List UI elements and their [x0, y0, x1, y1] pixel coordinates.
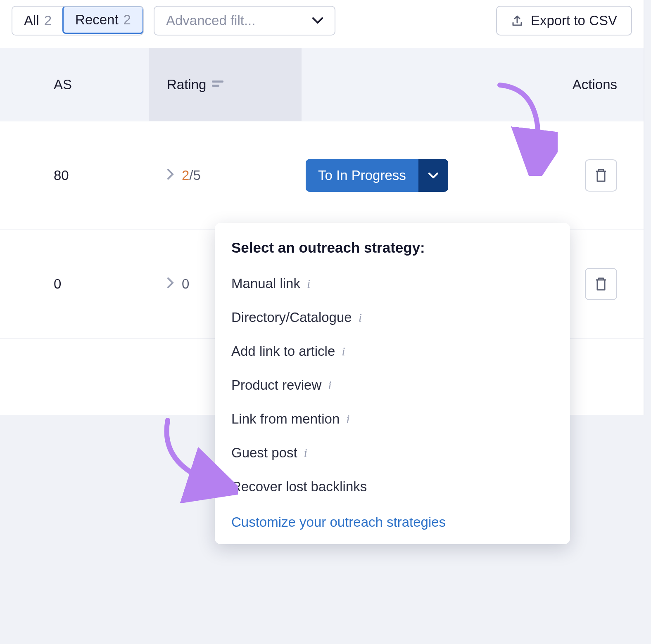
svg-rect-1 [212, 85, 219, 87]
strategy-option-recover-lost-backlinks[interactable]: Recover lost backlinks [215, 470, 570, 504]
tab-recent-count: 2 [124, 12, 131, 28]
tab-all[interactable]: All 2 [12, 7, 63, 35]
trash-icon [594, 277, 608, 291]
view-tabs: All 2 Recent 2 [12, 6, 144, 36]
table-header-row: AS Rating Actions [0, 48, 644, 121]
info-icon[interactable]: i [359, 310, 362, 324]
rating-max: /5 [189, 168, 201, 183]
export-label: Export to CSV [531, 13, 617, 28]
customize-strategies-link[interactable]: Customize your outreach strategies [215, 504, 570, 530]
trash-icon [594, 168, 608, 183]
strategy-option-product-review[interactable]: Product review i [215, 368, 570, 402]
cell-as: 0 [0, 276, 149, 292]
advanced-filters-dropdown[interactable]: Advanced filt... [154, 6, 335, 36]
strategy-option-link-from-mention[interactable]: Link from mention i [215, 402, 570, 436]
toolbar: All 2 Recent 2 Advanced filt... Export t… [0, 0, 644, 48]
export-csv-button[interactable]: Export to CSV [496, 6, 632, 36]
column-header-actions: Actions [553, 77, 644, 92]
chevron-right-icon [167, 276, 174, 292]
column-header-as[interactable]: AS [0, 77, 149, 92]
rating-value: 0 [182, 276, 189, 291]
tab-all-label: All [24, 13, 39, 28]
info-icon[interactable]: i [307, 277, 310, 291]
delete-button[interactable] [585, 268, 617, 300]
chevron-right-icon [167, 168, 174, 183]
tab-all-count: 2 [44, 13, 52, 28]
advanced-filters-label: Advanced filt... [166, 13, 255, 28]
info-icon[interactable]: i [304, 446, 307, 460]
strategy-option-guest-post[interactable]: Guest post i [215, 436, 570, 470]
strategy-option-manual-link[interactable]: Manual link i [215, 267, 570, 301]
tab-recent-label: Recent [75, 12, 119, 28]
svg-rect-0 [212, 80, 223, 83]
info-icon[interactable]: i [342, 344, 345, 358]
cell-as: 80 [0, 168, 149, 183]
cell-rating[interactable]: 2/5 [149, 168, 302, 183]
delete-button[interactable] [585, 159, 617, 192]
status-split-button[interactable]: To In Progress [306, 159, 448, 192]
outreach-strategy-dropdown: Select an outreach strategy: Manual link… [215, 223, 570, 544]
sort-icon [212, 80, 223, 90]
strategy-option-add-link-to-article[interactable]: Add link to article i [215, 334, 570, 368]
cell-actions [553, 159, 644, 192]
rating-value: 2 [182, 168, 189, 183]
strategy-option-directory-catalogue[interactable]: Directory/Catalogue i [215, 301, 570, 334]
export-icon [511, 14, 523, 27]
column-header-rating[interactable]: Rating [149, 48, 302, 121]
dropdown-title: Select an outreach strategy: [215, 239, 570, 267]
info-icon[interactable]: i [346, 412, 349, 426]
table-row: 80 2/5 To In Progress [0, 121, 644, 230]
status-dropdown-toggle[interactable] [418, 159, 448, 192]
chevron-down-icon [312, 17, 323, 24]
chevron-down-icon [428, 173, 438, 178]
cell-status: To In Progress [302, 159, 553, 192]
status-label[interactable]: To In Progress [306, 159, 418, 192]
info-icon[interactable]: i [328, 378, 331, 392]
tab-recent[interactable]: Recent 2 [62, 6, 144, 34]
